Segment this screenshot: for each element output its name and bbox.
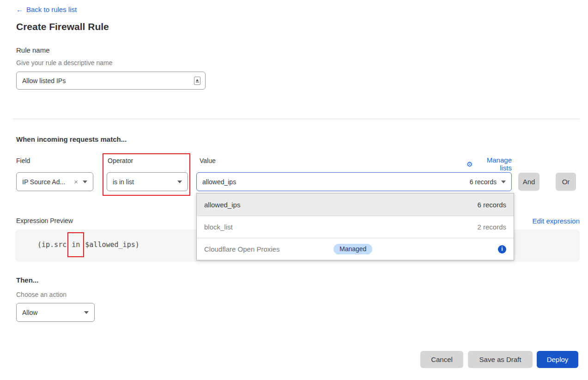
and-button[interactable]: And (518, 173, 540, 191)
action-hint: Choose an action (16, 291, 67, 298)
expression-preview-label: Expression Preview (16, 217, 73, 224)
operator-select-value: is in list (113, 178, 173, 186)
expression-prefix: (ip.src (37, 241, 71, 249)
rule-name-label: Rule name (16, 46, 50, 54)
gear-icon: ⚙ (467, 161, 473, 168)
chevron-down-icon (84, 311, 89, 314)
or-button[interactable]: Or (556, 173, 576, 191)
then-section-heading: Then... (16, 276, 38, 284)
field-label: Field (16, 157, 30, 164)
save-as-draft-button[interactable]: Save as Draft (468, 351, 533, 368)
field-select-value: IP Source Ad... (22, 178, 71, 186)
section-divider (13, 119, 580, 119)
list-item-name: block_list (204, 223, 233, 231)
deploy-button[interactable]: Deploy (537, 351, 578, 368)
action-select[interactable]: Allow (16, 303, 95, 322)
page-title: Create Firewall Rule (16, 21, 109, 32)
rule-name-input[interactable]: Allow listed IPs (16, 72, 206, 90)
action-select-value: Allow (22, 309, 79, 316)
list-item-name: allowed_ips (204, 201, 240, 209)
chevron-down-icon (501, 181, 506, 183)
back-link-label: Back to rules list (26, 6, 77, 13)
edit-expression-link[interactable]: Edit expression (532, 217, 580, 225)
back-arrow-icon: ← (16, 6, 23, 13)
back-to-rules-link[interactable]: ← Back to rules list (16, 6, 77, 13)
list-item-name: Cloudflare Open Proxies (204, 245, 279, 253)
value-label: Value (200, 157, 216, 164)
cancel-button[interactable]: Cancel (420, 351, 463, 368)
operator-label: Operator (108, 157, 133, 164)
clear-field-icon[interactable]: × (74, 178, 78, 186)
manage-lists-link[interactable]: ⚙ Manage lists (467, 156, 512, 172)
chevron-down-icon (177, 181, 182, 183)
list-item-records: 2 records (477, 223, 506, 231)
field-select[interactable]: IP Source Ad... × (16, 172, 93, 191)
autofill-icon (194, 77, 200, 85)
value-select-value: allowed_ips (202, 178, 470, 186)
match-section-heading: When incoming requests match... (16, 135, 127, 143)
expression-suffix: $allowed_ips) (81, 241, 139, 249)
list-item-block-list[interactable]: block_list 2 records (197, 216, 514, 238)
operator-select[interactable]: is in list (107, 172, 188, 191)
managed-badge: Managed (333, 244, 372, 254)
info-icon[interactable]: i (498, 245, 506, 253)
chevron-down-icon (83, 181, 87, 183)
create-firewall-rule-page: ← Back to rules list Create Firewall Rul… (0, 0, 588, 380)
manage-lists-label: Manage lists (475, 156, 512, 172)
rule-name-value: Allow listed IPs (22, 77, 194, 84)
expression-code: (ip.src in $allowed_ips) (37, 241, 139, 249)
value-select[interactable]: allowed_ips 6 records (196, 172, 512, 191)
list-item-cloudflare-open-proxies[interactable]: Cloudflare Open Proxies Managed i (197, 238, 514, 260)
value-records-count: 6 records (470, 178, 497, 186)
list-dropdown: allowed_ips 6 records block_list 2 recor… (196, 193, 514, 260)
list-item-records: 6 records (477, 201, 506, 209)
rule-name-hint: Give your rule a descriptive name (16, 59, 113, 66)
list-item-allowed-ips[interactable]: allowed_ips 6 records (197, 193, 514, 216)
